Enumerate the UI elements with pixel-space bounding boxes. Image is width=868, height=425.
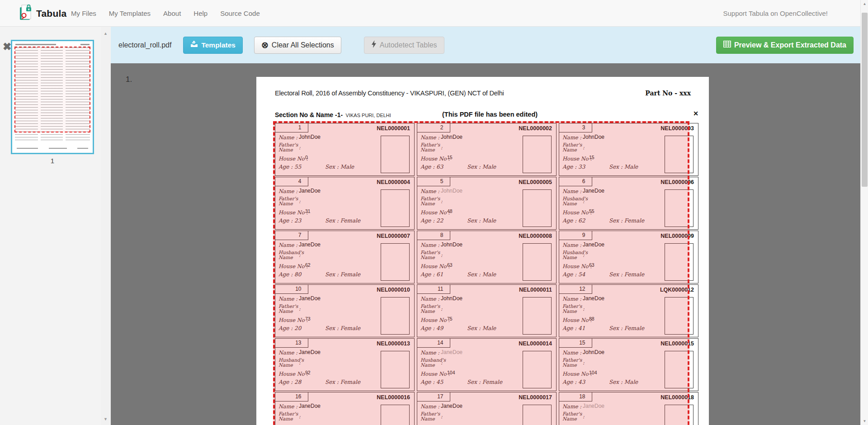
- page-marker: 1.: [126, 75, 132, 84]
- thumbnail-header-lines: [15, 44, 90, 45]
- templates-button[interactable]: Templates: [183, 37, 243, 54]
- thumbnail-footer-line: [17, 148, 88, 149]
- lightning-bolt-icon: [371, 40, 377, 50]
- thumbnail-page-number: 1: [11, 157, 94, 165]
- clear-label: Clear All Selections: [272, 41, 334, 49]
- section-label: Section No & Name -1-: [275, 111, 343, 118]
- autodetect-tables-button[interactable]: Autodetect Tables: [364, 37, 444, 54]
- templates-icon: [190, 41, 198, 49]
- nav-my-templates[interactable]: My Templates: [103, 0, 157, 27]
- app-body: ✖ 1 ▲ ▼ electoral_roll.pdf: [0, 27, 868, 425]
- export-label: Preview & Export Extracted Data: [734, 41, 846, 49]
- scroll-down-icon[interactable]: ▼: [861, 419, 868, 423]
- selection-close-icon[interactable]: ✕: [693, 110, 698, 117]
- scroll-up-icon[interactable]: ▲: [101, 31, 110, 36]
- nav-about[interactable]: About: [157, 0, 187, 27]
- brand[interactable]: Tabula: [19, 0, 66, 27]
- clear-icon: ⊗: [261, 41, 269, 49]
- scroll-down-icon[interactable]: ▼: [101, 417, 110, 421]
- nav-help[interactable]: Help: [187, 0, 214, 27]
- support-link[interactable]: Support Tabula on OpenCollective!: [723, 0, 828, 27]
- tabula-logo-icon: [19, 5, 33, 23]
- table-icon: [723, 41, 731, 49]
- edited-note: (This PDF file has been edited): [442, 111, 538, 118]
- browser-scrollbar[interactable]: ▲ ▼: [860, 0, 868, 425]
- navbar: Tabula My Files My Templates About Help …: [0, 0, 868, 27]
- autodetect-label: Autodetect Tables: [380, 41, 437, 49]
- nav-source-code[interactable]: Source Code: [214, 0, 266, 27]
- pdf-title: Electoral Roll, 2016 of Assembly Constit…: [275, 90, 504, 97]
- document-filename: electoral_roll.pdf: [118, 41, 171, 49]
- sidebar-scrollbar[interactable]: ▲ ▼: [101, 27, 110, 425]
- pdf-page[interactable]: Electoral Roll, 2016 of Assembly Constit…: [256, 77, 709, 425]
- preview-export-button[interactable]: Preview & Export Extracted Data: [716, 37, 854, 54]
- toolbar: electoral_roll.pdf Templates ⊗ Clear All…: [111, 27, 860, 63]
- main-area: electoral_roll.pdf Templates ⊗ Clear All…: [111, 27, 860, 425]
- clear-all-selections-button[interactable]: ⊗ Clear All Selections: [254, 37, 341, 54]
- page-thumbnails-sidebar: ✖ 1 ▲ ▼: [0, 27, 111, 425]
- page-thumbnail[interactable]: [11, 40, 94, 154]
- document-canvas[interactable]: 1. Electoral Roll, 2016 of Assembly Cons…: [111, 63, 860, 425]
- templates-label: Templates: [201, 41, 236, 49]
- main-nav: My Files My Templates About Help Source …: [65, 0, 266, 27]
- pdf-part-number: Part No - xxx: [645, 90, 691, 97]
- app-title: Tabula: [36, 8, 66, 19]
- nav-my-files[interactable]: My Files: [65, 0, 103, 27]
- selection-overlay[interactable]: [273, 121, 689, 425]
- scrollbar-thumb[interactable]: [862, 13, 868, 187]
- section-value: VIKAS PURI, DELHI: [346, 113, 391, 118]
- scroll-up-icon[interactable]: ▲: [861, 2, 868, 6]
- thumbnail-selection-overlay: [14, 47, 90, 132]
- remove-page-icon[interactable]: ✖: [3, 42, 11, 52]
